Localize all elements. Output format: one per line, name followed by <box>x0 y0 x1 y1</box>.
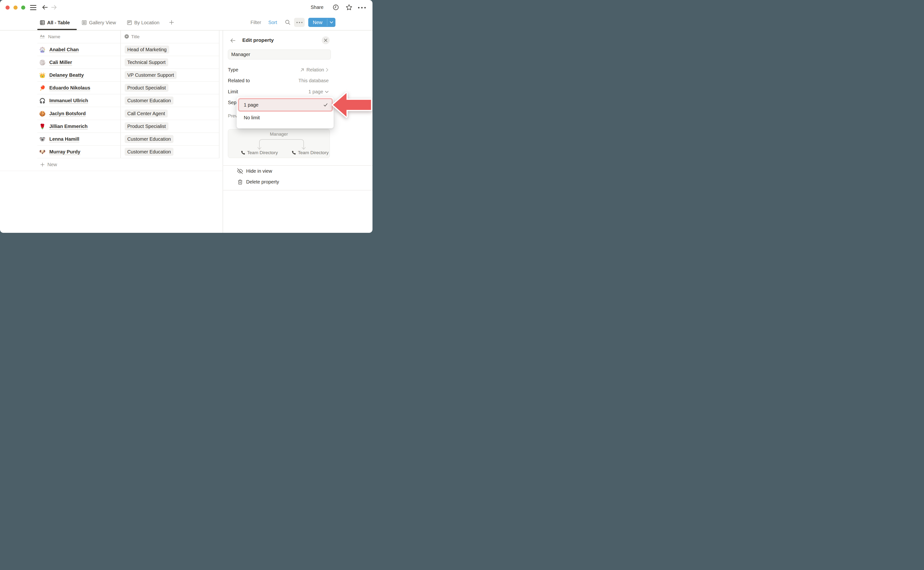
tab-label: All - Table <box>47 20 70 26</box>
select-property-icon <box>124 34 129 39</box>
favorite-icon[interactable] <box>345 4 353 11</box>
column-divider[interactable] <box>120 30 121 158</box>
row-name-link[interactable]: Cali Miller <box>49 60 72 65</box>
column-header-title[interactable]: Title <box>131 34 140 40</box>
more-icon[interactable] <box>358 7 366 9</box>
field-label-separate-clipped: Sep <box>228 100 237 105</box>
row-title-tag[interactable]: Product Specialist <box>124 84 169 92</box>
field-value-limit[interactable]: 1 page <box>265 89 329 95</box>
field-value-text: Relation <box>307 67 324 73</box>
dropdown-option-1-page[interactable]: 1 page <box>238 99 332 111</box>
preview-child-label: Team Directory <box>298 150 329 155</box>
search-icon[interactable] <box>285 19 291 25</box>
tab-all-table[interactable]: All - Table <box>40 18 70 27</box>
dropdown-option-no-limit[interactable]: No limit <box>238 112 332 123</box>
forward-icon[interactable] <box>51 4 57 11</box>
row-title-tag[interactable]: Customer Education <box>124 135 173 143</box>
preview-child: Team Directory <box>292 150 329 155</box>
tab-gallery-view[interactable]: Gallery View <box>82 18 116 27</box>
row-title-tag[interactable]: Product Specialist <box>124 122 169 130</box>
panel-section-divider <box>223 165 373 166</box>
row-emoji: 🏐 <box>39 60 46 65</box>
table-row[interactable]: 🐨 Lenna Hamill Customer Education <box>37 133 219 146</box>
field-value-type[interactable]: Relation <box>265 67 328 73</box>
add-view-icon[interactable] <box>169 20 175 25</box>
sort-button[interactable]: Sort <box>268 20 277 25</box>
hide-in-view-label: Hide in view <box>246 169 272 174</box>
row-name-link[interactable]: Jaclyn Botsford <box>49 110 86 116</box>
preview-child-label: Team Directory <box>247 150 278 155</box>
table-row[interactable]: 🎡 Anabel Chan Head of Marketing <box>37 43 219 56</box>
table-body: 🎡 Anabel Chan Head of Marketing 🏐 Cali M… <box>37 43 219 158</box>
row-name-link[interactable]: Murray Purdy <box>49 149 80 155</box>
panel-title: Edit property <box>242 37 274 43</box>
row-name-link[interactable]: Delaney Beatty <box>49 72 84 78</box>
delete-property-label: Delete property <box>246 179 279 185</box>
row-title-tag[interactable]: VP Customer Support <box>124 71 177 79</box>
table-row[interactable]: 🏐 Cali Miller Technical Support <box>37 56 219 69</box>
phone-icon <box>241 150 245 155</box>
back-icon[interactable] <box>41 4 48 11</box>
preview-child: Team Directory <box>241 150 278 155</box>
chevron-down-icon <box>325 91 329 93</box>
board-view-icon <box>127 20 132 25</box>
screenshot-stage: Share All - Table Gallery View <box>0 0 377 233</box>
row-title-tag[interactable]: Technical Support <box>124 58 168 66</box>
row-emoji: 🍪 <box>39 111 46 116</box>
row-title-tag[interactable]: Head of Marketing <box>124 46 169 54</box>
new-button[interactable]: New <box>308 18 335 27</box>
field-value-related-to[interactable]: This database <box>265 78 329 83</box>
hide-icon <box>237 169 243 174</box>
new-row-button[interactable]: New <box>0 158 223 171</box>
row-name-link[interactable]: Lenna Hamill <box>49 136 79 142</box>
table-row[interactable]: 🐶 Murray Purdy Customer Education <box>37 146 219 158</box>
row-title-tag[interactable]: Customer Education <box>124 148 173 156</box>
row-title-tag[interactable]: Customer Education <box>124 97 173 105</box>
row-emoji: 🎧 <box>39 98 46 103</box>
table-row[interactable]: 🍪 Jaclyn Botsford Call Center Agent <box>37 107 219 120</box>
preview-parent-label: Manager <box>228 132 330 137</box>
option-label: No limit <box>244 115 260 121</box>
hide-in-view-button[interactable]: Hide in view <box>237 169 272 174</box>
row-name-link[interactable]: Immanuel Ullrich <box>49 98 88 103</box>
tab-by-location[interactable]: By Location <box>127 18 160 27</box>
table-row[interactable]: 🎧 Immanuel Ullrich Customer Education <box>37 94 219 107</box>
history-icon[interactable] <box>333 4 339 11</box>
row-emoji: 🐶 <box>39 149 46 154</box>
field-label-type: Type <box>228 67 238 73</box>
chevron-down-icon[interactable] <box>327 18 335 27</box>
share-button[interactable]: Share <box>311 5 324 10</box>
tab-label: By Location <box>134 20 160 26</box>
phone-icon <box>292 150 296 155</box>
new-row-label: New <box>48 162 57 167</box>
filter-button[interactable]: Filter <box>250 20 261 25</box>
column-divider[interactable] <box>219 30 219 158</box>
table-view-icon <box>40 20 45 25</box>
row-emoji: 🏓 <box>39 85 46 90</box>
delete-property-button[interactable]: Delete property <box>238 179 279 185</box>
row-name-link[interactable]: Eduardo Nikolaus <box>49 85 90 91</box>
field-value-text: 1 page <box>309 89 323 95</box>
table-row[interactable]: 🏓 Eduardo Nikolaus Product Specialist <box>37 81 219 94</box>
row-title-tag[interactable]: Call Center Agent <box>124 109 168 117</box>
close-icon[interactable] <box>322 36 330 44</box>
table-header-row: Aa Name Title <box>37 30 219 43</box>
hamburger-icon[interactable] <box>30 5 36 10</box>
preview-connector <box>257 138 306 152</box>
view-options-button[interactable] <box>294 18 305 27</box>
table-row[interactable]: 👑 Delaney Beatty VP Customer Support <box>37 69 219 81</box>
row-emoji: 🐨 <box>39 136 46 141</box>
row-name-link[interactable]: Anabel Chan <box>49 47 79 52</box>
chevron-right-icon <box>326 68 328 72</box>
table-row[interactable]: 🌹 Jillian Emmerich Product Specialist <box>37 120 219 133</box>
property-name-input[interactable] <box>228 49 331 60</box>
option-label: 1 page <box>244 102 258 108</box>
traffic-zoom-button[interactable] <box>21 6 25 10</box>
traffic-minimize-button[interactable] <box>14 6 18 10</box>
row-name-link[interactable]: Jillian Emmerich <box>49 123 87 129</box>
traffic-close-button[interactable] <box>6 6 10 10</box>
panel-back-icon[interactable] <box>230 38 236 43</box>
relation-preview-box: Manager Team Directory Team Directory <box>228 129 330 158</box>
new-button-label: New <box>308 18 327 27</box>
column-header-name[interactable]: Name <box>48 34 60 40</box>
